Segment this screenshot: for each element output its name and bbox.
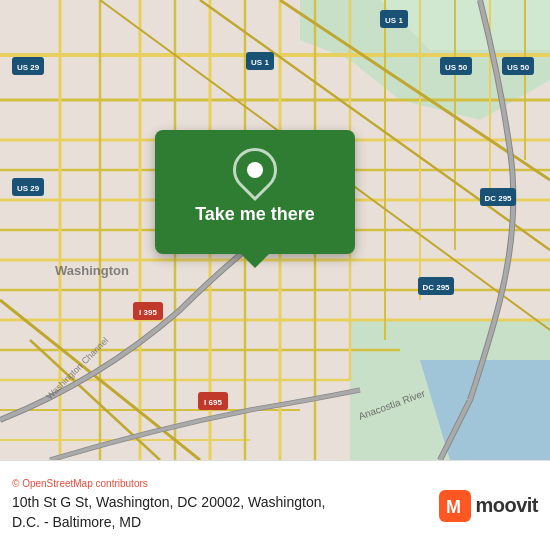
svg-text:Washington: Washington	[55, 263, 129, 278]
moovit-logo: M moovit	[439, 490, 538, 522]
info-bar: © OpenStreetMap contributors 10th St G S…	[0, 460, 550, 550]
svg-text:US 1: US 1	[251, 58, 269, 67]
address-block: © OpenStreetMap contributors 10th St G S…	[12, 478, 431, 532]
svg-text:US 50: US 50	[507, 63, 530, 72]
svg-text:US 1: US 1	[385, 16, 403, 25]
moovit-text: moovit	[475, 494, 538, 517]
moovit-icon: M	[439, 490, 471, 522]
popup-label: Take me there	[195, 204, 315, 226]
svg-text:US 50: US 50	[445, 63, 468, 72]
svg-text:US 29: US 29	[17, 184, 40, 193]
svg-text:DC 295: DC 295	[422, 283, 450, 292]
svg-text:I 695: I 695	[204, 398, 222, 407]
attribution-text: © OpenStreetMap contributors	[12, 478, 431, 489]
svg-text:M: M	[446, 497, 461, 517]
svg-text:I 395: I 395	[139, 308, 157, 317]
svg-text:US 29: US 29	[17, 63, 40, 72]
address-text: 10th St G St, Washington, DC 20002, Wash…	[12, 493, 431, 532]
location-pin-dot	[247, 162, 263, 178]
take-me-there-popup[interactable]: Take me there	[155, 130, 355, 254]
svg-text:DC 295: DC 295	[484, 194, 512, 203]
map-container: US 1 US 1 US 29 US 29 US 50 US 50 I 395 …	[0, 0, 550, 460]
location-pin-icon	[224, 139, 286, 201]
